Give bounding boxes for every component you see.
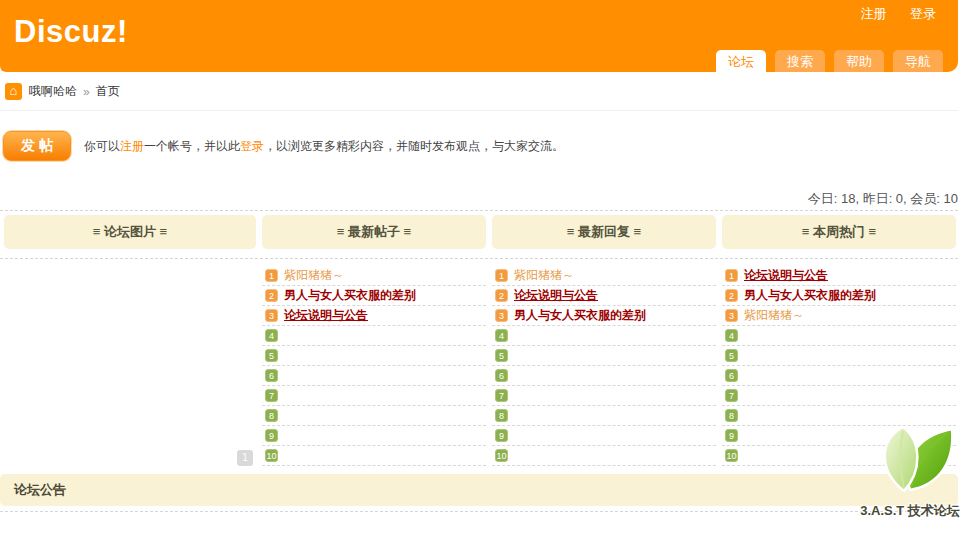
register-inline-link[interactable]: 注册	[120, 139, 144, 153]
item-rank-badge: 6	[265, 369, 278, 382]
list-item: 4	[722, 326, 956, 346]
item-rank-badge: 1	[265, 269, 278, 282]
thread-link[interactable]: 紫阳猪猪～	[744, 307, 804, 324]
thread-link[interactable]: 论坛说明与公告	[744, 267, 828, 284]
user-links: 注册 登录	[840, 5, 936, 23]
item-rank-badge: 5	[265, 349, 278, 362]
thread-link[interactable]: 紫阳猪猪～	[284, 267, 344, 284]
list-item: 6	[262, 366, 486, 386]
divider-bottom	[0, 511, 958, 512]
new-post-button[interactable]: 发 帖	[3, 131, 71, 161]
item-rank-badge: 6	[725, 369, 738, 382]
list-item: 2男人与女人买衣服的差别	[722, 286, 956, 306]
announcement-panel: 论坛公告	[0, 474, 958, 506]
login-inline-link[interactable]: 登录	[240, 139, 264, 153]
thread-link[interactable]: 男人与女人买衣服的差别	[514, 307, 646, 324]
item-rank-badge: 7	[265, 389, 278, 402]
item-rank-badge: 4	[265, 329, 278, 342]
leaves-logo-icon	[858, 424, 962, 492]
list-item: 8	[722, 406, 956, 426]
item-rank-badge: 4	[725, 329, 738, 342]
item-rank-badge: 1	[725, 269, 738, 282]
item-rank-badge: 5	[725, 349, 738, 362]
site-watermark: 3.A.S.T 技术论坛	[846, 424, 974, 520]
list-item: 7	[262, 386, 486, 406]
welcome-text-after: ，以浏览更多精彩内容，并随时发布观点，与大家交流。	[264, 139, 564, 153]
item-rank-badge: 5	[495, 349, 508, 362]
panel-head-weekly-hot: ≡ 本周热门 ≡	[722, 215, 956, 249]
panel-head-latest-posts: ≡ 最新帖子 ≡	[262, 215, 486, 249]
thread-link[interactable]: 紫阳猪猪～	[514, 267, 574, 284]
watermark-text: 3.A.S.T 技术论坛	[846, 502, 974, 520]
tab-search[interactable]: 搜索	[775, 50, 825, 72]
tab-navigation[interactable]: 导航	[893, 50, 943, 72]
item-rank-badge: 2	[265, 289, 278, 302]
login-link[interactable]: 登录	[910, 6, 936, 21]
list-item: 8	[492, 406, 716, 426]
register-link[interactable]: 注册	[860, 6, 886, 21]
list-item: 1论坛说明与公告	[722, 266, 956, 286]
breadcrumb-site-link[interactable]: 哦啊哈哈	[29, 83, 77, 100]
item-rank-badge: 3	[495, 309, 508, 322]
list-item: 3紫阳猪猪～	[722, 306, 956, 326]
item-rank-badge: 8	[265, 409, 278, 422]
list-item: 5	[722, 346, 956, 366]
list-item: 3论坛说明与公告	[262, 306, 486, 326]
list-item: 1紫阳猪猪～	[492, 266, 716, 286]
item-rank-badge: 9	[725, 429, 738, 442]
list-item: 10	[262, 446, 486, 466]
list-item: 4	[492, 326, 716, 346]
latest-replies-list: 1紫阳猪猪～2论坛说明与公告3男人与女人买衣服的差别45678910	[492, 266, 716, 468]
thread-link[interactable]: 论坛说明与公告	[284, 307, 368, 324]
item-rank-badge: 7	[495, 389, 508, 402]
thread-link[interactable]: 男人与女人买衣服的差别	[284, 287, 416, 304]
list-item: 7	[722, 386, 956, 406]
item-rank-badge: 10	[495, 449, 508, 462]
item-rank-badge: 7	[725, 389, 738, 402]
tab-help[interactable]: 帮助	[834, 50, 884, 72]
list-item: 9	[262, 426, 486, 446]
breadcrumb: ⌂ 哦啊哈哈 » 首页	[5, 83, 120, 100]
list-item: 10	[492, 446, 716, 466]
panel-lists: 1 1紫阳猪猪～2男人与女人买衣服的差别3论坛说明与公告45678910 1紫阳…	[4, 266, 956, 468]
nav-tabs: 论坛 搜索 帮助 导航	[716, 50, 943, 77]
announcement-title: 论坛公告	[14, 474, 66, 506]
post-bar: 发 帖 你可以注册一个帐号，并以此登录，以浏览更多精彩内容，并随时发布观点，与大…	[3, 131, 564, 161]
discuz-logo: Discuz!	[14, 14, 128, 50]
item-rank-badge: 4	[495, 329, 508, 342]
divider-mid	[0, 258, 958, 259]
breadcrumb-current-page[interactable]: 首页	[96, 83, 120, 100]
list-item: 3男人与女人买衣服的差别	[492, 306, 716, 326]
divider-top	[0, 210, 958, 211]
home-icon[interactable]: ⌂	[5, 83, 22, 100]
list-item: 6	[492, 366, 716, 386]
panel-heads: ≡ 论坛图片 ≡ ≡ 最新帖子 ≡ ≡ 最新回复 ≡ ≡ 本周热门 ≡	[4, 215, 956, 249]
item-rank-badge: 6	[495, 369, 508, 382]
panel-head-latest-replies: ≡ 最新回复 ≡	[492, 215, 716, 249]
welcome-text: 你可以注册一个帐号，并以此登录，以浏览更多精彩内容，并随时发布观点，与大家交流。	[84, 138, 564, 155]
tab-forum[interactable]: 论坛	[716, 50, 766, 77]
item-rank-badge: 3	[265, 309, 278, 322]
image-pager-button[interactable]: 1	[237, 450, 253, 466]
thread-link[interactable]: 男人与女人买衣服的差别	[744, 287, 876, 304]
item-rank-badge: 1	[495, 269, 508, 282]
list-item: 2论坛说明与公告	[492, 286, 716, 306]
welcome-text-before: 你可以	[84, 139, 120, 153]
item-rank-badge: 3	[725, 309, 738, 322]
list-item: 8	[262, 406, 486, 426]
item-rank-badge: 2	[725, 289, 738, 302]
item-rank-badge: 9	[265, 429, 278, 442]
latest-posts-list: 1紫阳猪猪～2男人与女人买衣服的差别3论坛说明与公告45678910	[262, 266, 486, 468]
forum-stats: 今日: 18, 昨日: 0, 会员: 10	[808, 190, 958, 208]
list-item: 5	[492, 346, 716, 366]
item-rank-badge: 2	[495, 289, 508, 302]
breadcrumb-divider	[0, 110, 958, 111]
panel-head-forum-images: ≡ 论坛图片 ≡	[4, 215, 256, 249]
list-item: 9	[492, 426, 716, 446]
item-rank-badge: 9	[495, 429, 508, 442]
thread-link[interactable]: 论坛说明与公告	[514, 287, 598, 304]
item-rank-badge: 8	[725, 409, 738, 422]
forum-images-panel: 1	[4, 266, 256, 468]
list-item: 5	[262, 346, 486, 366]
welcome-text-mid: 一个帐号，并以此	[144, 139, 240, 153]
